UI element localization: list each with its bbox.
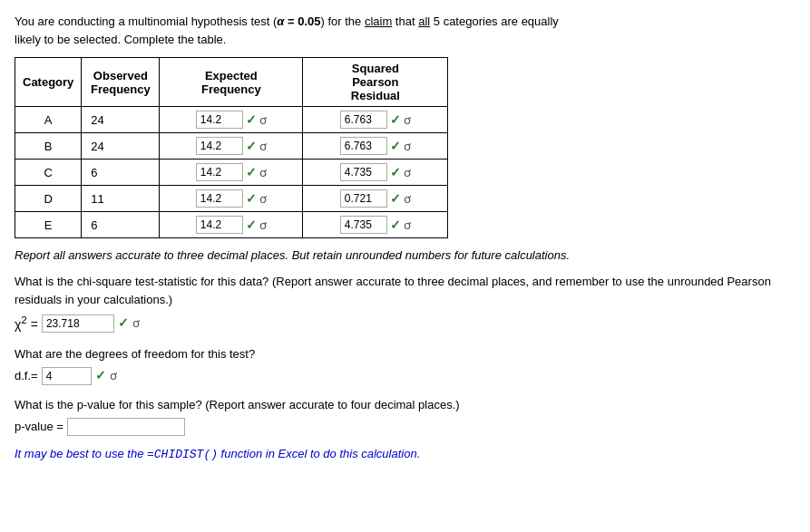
- expected-check-icon[interactable]: ✓: [246, 112, 257, 127]
- pvalue-input[interactable]: [67, 418, 185, 436]
- observed-cell: 24: [82, 107, 160, 133]
- df-label: d.f.=: [15, 367, 38, 385]
- question-2: What are the degrees of freedom for this…: [15, 345, 795, 386]
- pearson-sigma-icon[interactable]: ơ: [404, 192, 411, 206]
- alpha-value: α = 0.05: [277, 15, 320, 28]
- table-row: D11 ✓ ơ ✓ ơ: [15, 186, 448, 212]
- observed-cell: 24: [82, 133, 160, 160]
- expected-input[interactable]: [196, 216, 243, 234]
- expected-check-icon[interactable]: ✓: [246, 139, 257, 153]
- header-observed: ObservedFrequency: [82, 58, 160, 107]
- q1-text: What is the chi-square test-statistic fo…: [15, 273, 795, 308]
- data-table: Category ObservedFrequency ExpectedFrequ…: [15, 57, 448, 238]
- header-pearson: SquaredPearsonResidual: [303, 58, 448, 107]
- observed-cell: 6: [82, 160, 160, 186]
- pearson-input[interactable]: [340, 111, 387, 129]
- pearson-input[interactable]: [340, 163, 387, 181]
- category-cell: E: [15, 212, 82, 238]
- question-3: What is the p-value for this sample? (Re…: [15, 396, 795, 436]
- q2-check-icon[interactable]: ✓: [95, 366, 106, 385]
- expected-sigma-icon[interactable]: ơ: [259, 218, 267, 232]
- pearson-input[interactable]: [340, 216, 387, 234]
- pvalue-label: p-value =: [15, 418, 63, 436]
- pearson-input[interactable]: [340, 189, 387, 208]
- expected-cell: ✓ ơ: [160, 186, 303, 212]
- pearson-sigma-icon[interactable]: ơ: [404, 140, 411, 153]
- category-cell: B: [15, 133, 82, 160]
- chidist-function: =CHIDIST(): [147, 448, 218, 461]
- pearson-cell: ✓ ơ: [303, 107, 448, 133]
- note-text: Report all answers accurate to three dec…: [15, 247, 795, 264]
- claim-text: claim: [365, 15, 392, 28]
- pearson-sigma-icon[interactable]: ơ: [404, 113, 411, 127]
- expected-input[interactable]: [196, 189, 243, 208]
- question-1: What is the chi-square test-statistic fo…: [15, 273, 795, 334]
- header-category: Category: [15, 58, 82, 107]
- table-row: A24 ✓ ơ ✓ ơ: [15, 107, 448, 133]
- chi-sq-input[interactable]: [42, 314, 114, 333]
- expected-input[interactable]: [196, 163, 243, 181]
- expected-sigma-icon[interactable]: ơ: [259, 166, 267, 179]
- pearson-sigma-icon[interactable]: ơ: [404, 166, 411, 179]
- expected-cell: ✓ ơ: [160, 107, 303, 133]
- pearson-cell: ✓ ơ: [303, 133, 448, 160]
- pearson-cell: ✓ ơ: [303, 212, 448, 238]
- intro-paragraph: You are conducting a multinomial hypothe…: [15, 13, 795, 48]
- observed-cell: 6: [82, 212, 160, 238]
- pearson-check-icon[interactable]: ✓: [390, 165, 401, 179]
- pearson-check-icon[interactable]: ✓: [390, 112, 401, 127]
- pearson-check-icon[interactable]: ✓: [390, 139, 401, 153]
- q1-sigma-icon[interactable]: ơ: [132, 314, 140, 333]
- df-input[interactable]: [42, 367, 92, 385]
- chi-sq-label: χ2 =: [15, 312, 38, 334]
- table-row: E6 ✓ ơ ✓ ơ: [15, 212, 448, 238]
- hint-text: It may be best to use the =CHIDIST() fun…: [15, 447, 795, 461]
- expected-sigma-icon[interactable]: ơ: [259, 113, 267, 127]
- expected-check-icon[interactable]: ✓: [246, 218, 257, 232]
- pearson-cell: ✓ ơ: [303, 186, 448, 212]
- expected-sigma-icon[interactable]: ơ: [259, 192, 267, 206]
- q2-sigma-icon[interactable]: ơ: [110, 367, 117, 385]
- q3-text: What is the p-value for this sample? (Re…: [15, 396, 795, 414]
- pearson-check-icon[interactable]: ✓: [390, 218, 401, 232]
- expected-cell: ✓ ơ: [160, 160, 303, 186]
- category-cell: C: [15, 160, 82, 186]
- pearson-check-icon[interactable]: ✓: [390, 191, 401, 206]
- all-text: all: [418, 15, 430, 28]
- category-cell: A: [15, 107, 82, 133]
- q2-text: What are the degrees of freedom for this…: [15, 345, 795, 363]
- pearson-cell: ✓ ơ: [303, 160, 448, 186]
- pearson-input[interactable]: [340, 137, 387, 155]
- expected-check-icon[interactable]: ✓: [246, 191, 257, 206]
- observed-cell: 11: [82, 186, 160, 212]
- table-row: B24 ✓ ơ ✓ ơ: [15, 133, 448, 160]
- expected-cell: ✓ ơ: [160, 133, 303, 160]
- category-cell: D: [15, 186, 82, 212]
- expected-input[interactable]: [196, 111, 243, 129]
- expected-cell: ✓ ơ: [160, 212, 303, 238]
- expected-check-icon[interactable]: ✓: [246, 165, 257, 179]
- table-row: C6 ✓ ơ ✓ ơ: [15, 160, 448, 186]
- pearson-sigma-icon[interactable]: ơ: [404, 218, 411, 232]
- expected-input[interactable]: [196, 137, 243, 155]
- header-expected: ExpectedFrequency: [160, 58, 303, 107]
- expected-sigma-icon[interactable]: ơ: [259, 140, 267, 153]
- q1-check-icon[interactable]: ✓: [118, 314, 129, 333]
